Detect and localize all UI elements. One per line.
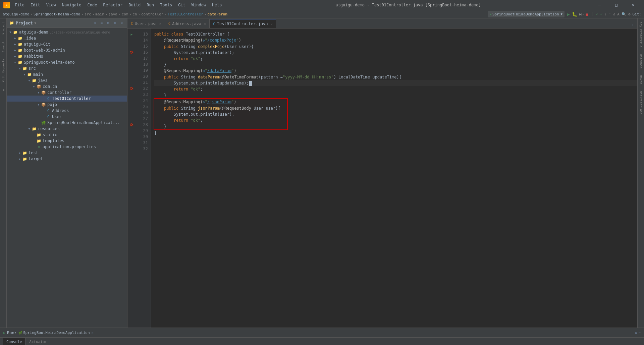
gutter-run-13[interactable]: ▶	[127, 31, 136, 37]
settings-icon[interactable]: ⚙	[628, 12, 631, 16]
git-action3[interactable]: ↺	[613, 12, 615, 16]
run-panel-settings-icon[interactable]: ⚙	[635, 331, 637, 335]
collapse-all-icon[interactable]: ≡	[99, 21, 104, 25]
side-icon-commit[interactable]: Commit	[1, 38, 6, 56]
editor-tabs: C User.java ✕ C Address.java ✕ C Test01C…	[127, 18, 637, 28]
right-panel-key-promoter[interactable]: Key Promoter X	[639, 18, 643, 51]
tree-item-address[interactable]: C Address	[7, 108, 127, 114]
tree-label: Address	[52, 108, 69, 113]
stop-button[interactable]: ◼	[586, 12, 588, 17]
side-icon-project[interactable]: Project	[1, 18, 6, 38]
right-panel-notifications[interactable]: Notifications	[639, 88, 643, 118]
tree-item-resources[interactable]: ▼ 📁 resources	[7, 126, 127, 132]
tree-item-rabbitmq[interactable]: ▶ 📁 RabbitMQ	[7, 53, 127, 59]
titlebar: ✦ File Edit View Navigate Code Refactor …	[0, 0, 644, 10]
right-panel-database[interactable]: Database	[639, 51, 643, 72]
tree-label: User	[52, 114, 62, 119]
git-checkmark1[interactable]: ✓	[596, 12, 598, 16]
code-content[interactable]: public class Test01Controller { @Request…	[151, 28, 637, 328]
tree-item-atguigu-git[interactable]: ▶ 📁 atguigu-Git	[7, 41, 127, 47]
menu-run[interactable]: Run	[144, 2, 157, 8]
run-with-coverage-button[interactable]: ▶▷	[579, 12, 584, 16]
menu-view[interactable]: View	[44, 2, 59, 8]
recent-files-icon[interactable]: ⋮	[631, 24, 635, 28]
git-action1[interactable]: ↓	[604, 12, 607, 16]
tree-item-src[interactable]: ▼ 📁 src	[7, 65, 127, 71]
tree-item-idea[interactable]: ▶ 📁 .idea	[7, 35, 127, 41]
tree-item-root[interactable]: ▼ 📁 atguigu-demo E:\idea-workspace\atgui…	[7, 29, 127, 35]
locate-icon[interactable]: ⊙	[92, 21, 98, 25]
folder-icon: 📁	[22, 150, 28, 156]
breadcrumb-cn: cn	[132, 12, 137, 16]
run-button[interactable]: ▶	[567, 12, 570, 17]
expand-icon[interactable]: ⊞	[106, 21, 111, 25]
tree-item-controller[interactable]: ▼ 📦 controller	[7, 90, 127, 96]
tree-item-springboot[interactable]: ▼ 📁 SpringBoot-heima-demo	[7, 59, 127, 65]
menu-build[interactable]: Build	[126, 2, 143, 8]
console-tabs-row: Console Actuator	[0, 338, 644, 345]
tree-item-main[interactable]: ▼ 📁 main	[7, 71, 127, 77]
tree-item-comcn[interactable]: ▼ 📦 com.cn	[7, 83, 127, 90]
gutter-bean-16[interactable]: 🫘	[127, 49, 136, 55]
tree-item-pojo[interactable]: ▼ 📦 pojo	[7, 102, 127, 108]
main-area: Project Commit Pull Requests ⊞ 📁 Project…	[0, 18, 644, 328]
menu-navigate[interactable]: Navigate	[59, 2, 84, 8]
tree-item-templates[interactable]: 📁 templates	[7, 138, 127, 144]
menu-git[interactable]: Git	[175, 2, 188, 8]
tab-close-icon[interactable]: ✕	[159, 22, 161, 25]
translate-icon[interactable]: A	[617, 12, 620, 16]
right-side-panels: Key Promoter X Database Maven Notificati…	[637, 18, 644, 328]
run-config-selector[interactable]: ▶ SpringBootHeimaDemoApplication ▼	[488, 11, 565, 17]
git-checkmark2[interactable]: ✓	[600, 12, 603, 16]
window-controls: ─ □ ✕	[592, 0, 641, 10]
gutter-bean-22[interactable]: 🫘	[127, 85, 136, 92]
folder-icon: 📁	[36, 132, 42, 137]
debug-button[interactable]: 🐛	[572, 12, 577, 17]
tab-actuator[interactable]: Actuator	[25, 338, 51, 345]
tree-item-target[interactable]: ▶ 📁 target	[7, 156, 127, 162]
panel-settings-icon[interactable]: ⚙	[112, 21, 118, 25]
right-panel-maven[interactable]: Maven	[639, 72, 643, 88]
search-icon[interactable]: 🔍	[622, 12, 626, 16]
menu-code[interactable]: Code	[85, 2, 100, 8]
menu-tools[interactable]: Tools	[157, 2, 175, 8]
tab-close-icon[interactable]: ✕	[270, 22, 272, 26]
gutter-bean-28[interactable]: 🫘	[127, 122, 136, 128]
run-action-buttons: ▶ 🐛 ▶▷ ◼ | ✓ ✓ ↓ ↑ ↺ A 🔍 ⚙ Git:	[567, 12, 641, 17]
project-panel-dropdown-icon[interactable]: ▼	[35, 21, 36, 25]
close-button[interactable]: ✕	[626, 0, 641, 10]
menu-help[interactable]: Help	[209, 2, 224, 8]
maximize-button[interactable]: □	[609, 0, 624, 10]
menu-refactor[interactable]: Refactor	[100, 2, 125, 8]
minimize-button[interactable]: ─	[592, 0, 607, 10]
tree-item-boot-web[interactable]: ▶ 📁 boot-web-05-admin	[7, 47, 127, 53]
git-action2[interactable]: ↑	[609, 12, 611, 16]
menu-file[interactable]: File	[12, 2, 27, 8]
menu-window[interactable]: Window	[189, 2, 209, 8]
tab-address-java[interactable]: C Address.java ✕	[165, 19, 210, 28]
tree-item-springbootapp[interactable]: 🌿 SpringBootHeimaDemoApplicat...	[7, 120, 127, 126]
side-icon-bookmarks[interactable]: ⊞	[1, 86, 6, 94]
tree-item-static[interactable]: 📁 static	[7, 132, 127, 138]
project-panel: 📁 Project ▼ ⊙ ≡ ⊞ ⚙ ✕ ▼ 📁 atguigu-demo E…	[7, 18, 127, 328]
tab-user-java[interactable]: C User.java ✕	[127, 19, 165, 28]
tree-label: boot-web-05-admin	[24, 48, 65, 53]
panel-close-icon[interactable]: ✕	[119, 21, 124, 25]
tab-close-icon[interactable]: ✕	[204, 22, 206, 25]
tab-console[interactable]: Console	[3, 338, 25, 345]
tree-item-test[interactable]: ▶ 📁 test	[7, 150, 127, 156]
tree-item-java[interactable]: ▼ 📁 java	[7, 77, 127, 83]
tree-label: Test01Controller	[52, 96, 91, 101]
tree-item-appprops[interactable]: ⚙ application.properties	[7, 144, 127, 150]
gutter-empty-25	[127, 104, 136, 110]
tree-item-user[interactable]: C User	[7, 114, 127, 120]
tree-item-test01controller[interactable]: C Test01Controller	[7, 96, 127, 102]
run-panel-minimize-icon[interactable]: −	[638, 331, 641, 335]
tree-label: resources	[38, 126, 60, 131]
run-panel-close-x[interactable]: ✕	[92, 331, 94, 335]
side-icon-pull-requests[interactable]: Pull Requests	[1, 55, 6, 85]
tree-label: templates	[43, 138, 64, 143]
gutter-empty-24	[127, 98, 136, 104]
tab-test01controller-java[interactable]: C Test01Controller.java ✕	[210, 19, 276, 28]
menu-edit[interactable]: Edit	[28, 2, 43, 8]
